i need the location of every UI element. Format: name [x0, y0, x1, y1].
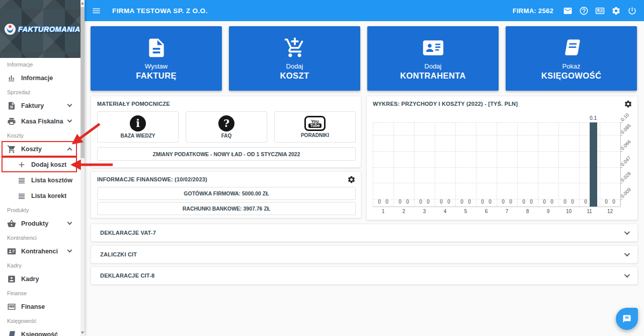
- logo[interactable]: FAKTUROMANIA: [0, 0, 80, 58]
- button-line2: KSIĘGOWOŚĆ: [541, 71, 602, 81]
- contact-card-icon: [422, 36, 444, 59]
- button-line1: Pokaż: [562, 62, 580, 70]
- sidebar-item-informacje[interactable]: Informacje: [0, 70, 80, 86]
- chevron-down-icon: [624, 251, 630, 256]
- cit8-accordion[interactable]: DEKLARACJE CIT-8: [91, 266, 638, 285]
- sidebar-item-ksi-gowo-[interactable]: Księgowość: [0, 326, 80, 336]
- faq-tile[interactable]: ? FAQ: [186, 111, 267, 143]
- show-accounting-button[interactable]: Pokaż KSIĘGOWOŚĆ: [506, 26, 637, 91]
- button-line2: KONTRAHENTA: [400, 71, 466, 81]
- x-tick-label: 2: [398, 209, 410, 214]
- tile-label: BAZA WIEDZY: [120, 133, 155, 139]
- grid-line-v: [476, 122, 476, 207]
- sidebar-item-faktury[interactable]: Faktury: [0, 98, 80, 113]
- zero-value-label: 0: [561, 199, 569, 205]
- zero-value-label: 0: [569, 199, 577, 205]
- cart-plus-icon: [284, 36, 306, 59]
- x-tick-label: 6: [481, 209, 492, 214]
- issue-invoice-button[interactable]: Wystaw FAKTURĘ: [91, 26, 222, 91]
- finance-settings-icon[interactable]: [347, 175, 356, 184]
- zero-value-label: 0: [465, 199, 473, 205]
- button-line2: FAKTURĘ: [136, 71, 177, 81]
- sidebar-item-label: Informacje: [21, 75, 53, 82]
- question-icon: ?: [218, 115, 234, 131]
- plus-icon: [17, 160, 26, 169]
- sidebar: FAKTUROMANIA InformacjeInformacjeSprzeda…: [0, 0, 85, 336]
- info-icon: i: [130, 115, 146, 131]
- sidebar-section-label: Księgowość: [0, 314, 80, 326]
- sidebar-item-produkty[interactable]: Produkty: [0, 216, 80, 231]
- zero-value-label: 0: [548, 199, 556, 205]
- book-icon: [560, 36, 583, 59]
- sidebar-item-lista-koszt-w[interactable]: Lista kosztów: [0, 172, 80, 188]
- vat7-accordion[interactable]: DEKLARACJE VAT-7: [91, 224, 638, 242]
- invoice-icon: [145, 36, 168, 59]
- bank-accounts-row: RACHUNKI BANKOWE: 3907.76 ZŁ: [97, 202, 356, 215]
- chevron-down-icon: [67, 220, 72, 225]
- scrollbar-down-arrow[interactable]: [81, 331, 84, 334]
- add-contractor-button[interactable]: Dodaj KONTRAHENTA: [367, 26, 499, 91]
- y-axis-tick-label: 0.028: [619, 171, 632, 183]
- grid-line-v: [435, 122, 435, 207]
- sidebar-item-label: Lista kosztów: [31, 177, 72, 184]
- grid-line-v: [517, 122, 518, 207]
- sidebar-item-kasa-fiskalna[interactable]: Kasa Fiskalna: [0, 113, 80, 129]
- zero-value-label: 0: [424, 199, 432, 205]
- sidebar-menu: InformacjeInformacjeSprzedażFakturyKasa …: [0, 58, 80, 336]
- settings-icon[interactable]: [611, 6, 621, 16]
- list-icon: [17, 191, 26, 200]
- chevron-down-icon: [624, 229, 630, 235]
- accordion-label: DEKLARACJE VAT-7: [100, 230, 156, 236]
- add-cost-button[interactable]: Dodaj KOSZT: [229, 26, 360, 91]
- zero-value-label: 0: [445, 199, 453, 205]
- sidebar-item-kadry[interactable]: Kadry: [0, 271, 80, 287]
- tax-changes-banner[interactable]: ZMIANY PODATKOWE - NOWY ŁAD - OD 1 STYCZ…: [97, 147, 356, 161]
- chart-plot: 0.0090.0280.0470.0660.0850.1010020030040…: [373, 118, 632, 217]
- news-icon[interactable]: [595, 6, 605, 16]
- chevron-up-icon: [67, 148, 72, 153]
- power-icon[interactable]: [627, 6, 637, 16]
- mail-icon[interactable]: [563, 6, 573, 16]
- grid-line-v: [600, 122, 600, 207]
- chart-settings-icon[interactable]: [624, 100, 632, 108]
- logo-text: FAKTUROMANIA: [18, 25, 80, 33]
- sidebar-scrollbar[interactable]: [80, 0, 85, 336]
- tutorials-tile[interactable]: YouTube PORADNIKI: [274, 111, 356, 143]
- zero-value-label: 0: [383, 199, 391, 205]
- zero-value-label: 0: [582, 199, 590, 205]
- person-badge-icon: [7, 275, 16, 284]
- x-tick-label: 3: [419, 209, 430, 214]
- sidebar-item-finanse[interactable]: Finanse: [0, 299, 80, 314]
- cash-register-icon: [7, 117, 16, 126]
- company-title: FIRMA TESTOWA SP. Z O.O.: [112, 7, 208, 15]
- knowledge-base-tile[interactable]: i BAZA WIEDZY: [97, 111, 179, 143]
- sidebar-section-label: Produkty: [0, 204, 80, 216]
- button-line1: Wystaw: [145, 62, 168, 70]
- x-tick-label: 1: [378, 209, 389, 214]
- grid-line-v: [558, 122, 559, 207]
- quick-actions-row: Wystaw FAKTURĘ Dodaj KOSZT Dodaj KONTRAH…: [91, 26, 638, 91]
- sidebar-item-koszty[interactable]: Koszty: [0, 141, 80, 157]
- x-tick-label: 10: [564, 209, 575, 214]
- scrollbar-thumb[interactable]: [80, 7, 85, 158]
- finance-card: INFORMACJE FINANSOWE: (10/02/2023) GOTÓW…: [91, 171, 361, 218]
- youtube-icon: YouTube: [304, 116, 326, 131]
- chat-widget-button[interactable]: [616, 308, 638, 330]
- zero-value-label: 0: [610, 199, 618, 205]
- zero-value-label: 0: [507, 199, 515, 205]
- sidebar-item-dodaj-koszt[interactable]: Dodaj koszt: [0, 157, 80, 172]
- help-icon[interactable]: [579, 6, 589, 16]
- zero-value-label: 0: [520, 199, 528, 205]
- cit-advances-accordion[interactable]: ZALICZKI CIT: [91, 245, 638, 263]
- scrollbar-up-arrow[interactable]: [81, 2, 84, 5]
- y-axis-tick-label: 0.009: [619, 186, 632, 199]
- sidebar-item-kontrahenci[interactable]: Kontrahenci: [0, 243, 80, 259]
- sidebar-item-lista-korekt[interactable]: Lista korekt: [0, 188, 80, 204]
- button-line1: Dodaj: [286, 62, 303, 70]
- chevron-down-icon: [624, 272, 630, 278]
- zero-value-label: 0: [486, 199, 494, 205]
- menu-icon[interactable]: [92, 6, 101, 16]
- zero-value-label: 0: [458, 199, 466, 205]
- chat-icon: [622, 314, 631, 323]
- chart-card: WYKRES: PRZYCHODY I KOSZTY (2022) - [TYŚ…: [366, 96, 638, 220]
